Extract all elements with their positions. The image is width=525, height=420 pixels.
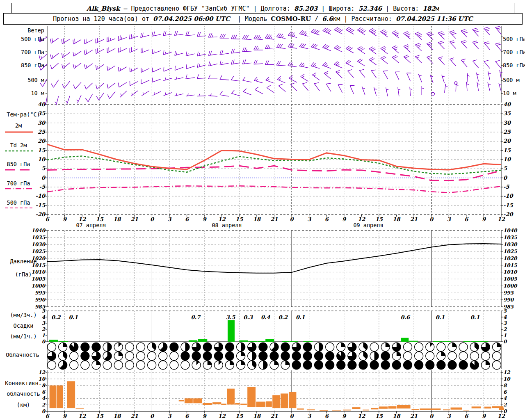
hour-label: 15: [235, 216, 243, 222]
meteogram-plot: 40403535303025252020151510105500-5-5-10-…: [0, 0, 525, 420]
wind-barb: [386, 87, 389, 96]
hour-label: 15: [96, 216, 104, 222]
precip-bar: [265, 339, 274, 342]
axis-tick-label: 20: [38, 138, 46, 144]
cloud-cover-symbol: [70, 352, 78, 361]
convective-cloud-bar: [420, 409, 441, 410]
axis-tick-label: -15: [36, 202, 46, 208]
pressure-panel-title: Давление: [2, 258, 45, 265]
wind-barb: [186, 94, 195, 96]
hour-label: 18: [113, 216, 121, 222]
cloud-cover-fill: [386, 342, 390, 347]
wind-barb: [164, 50, 172, 55]
axis-tick-label: -15: [503, 202, 513, 208]
wind-barb: [164, 93, 172, 96]
cloud-cover-symbol: [381, 361, 390, 370]
wind-barb: [242, 59, 251, 64]
precip-bar: [290, 341, 298, 342]
wind-barb: [77, 95, 81, 103]
wind-barb: [175, 51, 183, 55]
wind-barb: [322, 62, 331, 68]
wind-barb: [369, 28, 376, 36]
cloud-cover-symbol: [125, 352, 134, 361]
wind-barb: [338, 84, 342, 93]
cloud-cover-fill: [397, 352, 401, 356]
wind-barb: [66, 96, 70, 105]
wind-barb: [334, 27, 343, 34]
cloud-cover-symbol: [114, 361, 123, 370]
precip-amount-label: 0.2: [51, 314, 61, 320]
axis-tick-label: 25: [38, 129, 46, 135]
cloud-cover-symbol: [370, 343, 379, 352]
wind-barb: [415, 43, 422, 51]
wind-barb: [466, 82, 469, 91]
header-text: Долгота:: [261, 5, 294, 12]
cloud-cover-fill: [230, 361, 234, 365]
wind-barb: [163, 78, 172, 80]
cloud-cover-symbol: [493, 352, 501, 361]
precip-bar: [258, 341, 265, 342]
wind-barb: [62, 39, 70, 44]
wind-barb: [62, 63, 70, 68]
precip-panel-title: Осадки: [2, 323, 45, 329]
cloud-cover-fill: [374, 352, 379, 361]
hour-label: 0: [290, 216, 294, 222]
wind-barb: [336, 70, 342, 78]
cloud-cover-symbol: [303, 361, 312, 370]
wind-barb: [346, 46, 354, 53]
wind-barb: [415, 32, 422, 40]
axis-tick-label: -10: [503, 193, 514, 199]
run-datetime: 07.04.2025 06:00 UTC: [153, 15, 230, 23]
convective-cloud-bar: [411, 409, 419, 410]
axis-tick-label: 10: [503, 376, 511, 382]
precip-amount-label: 0.4: [261, 314, 271, 320]
wind-barb: [488, 71, 491, 80]
wind-barb: [276, 61, 285, 66]
convective-panel-units: (км): [2, 402, 45, 408]
temperature-panel-title: Тем-ра(°C): [2, 112, 45, 118]
axis-tick-label: 30: [503, 120, 511, 126]
wind-barb: [277, 33, 286, 39]
wind-barb: [62, 81, 70, 88]
wind-barb: [231, 35, 240, 39]
wind-barb: [220, 61, 229, 65]
wind-barb: [346, 60, 354, 67]
wind-barb: [380, 30, 388, 37]
wind-barb: [96, 48, 104, 53]
wind-barb: [381, 56, 388, 64]
wind-barb: [208, 33, 217, 37]
axis-tick-label: -5: [503, 184, 509, 190]
wind-barb: [73, 63, 81, 68]
hour-label: 6: [464, 216, 469, 222]
wind-barb: [50, 53, 59, 59]
hour-label: 6: [45, 216, 50, 222]
cloud-cover-symbol: [481, 352, 490, 361]
wind-barb: [500, 70, 502, 79]
wind-level-label: 500 м: [503, 77, 525, 83]
wind-barb: [208, 75, 217, 79]
convective-cloud-bar: [266, 401, 272, 406]
wind-barb: [473, 60, 479, 68]
wind-barb: [383, 71, 388, 79]
wind-barb: [381, 46, 388, 54]
convective-cloud-bar: [379, 406, 388, 409]
wind-barb: [254, 60, 263, 64]
convective-panel-title-1: Конвективн.: [2, 380, 45, 386]
latitude-value: 52.346: [358, 5, 382, 12]
wind-barb: [476, 73, 479, 81]
precip-amount-label: 0.1: [69, 314, 78, 320]
cloud-cover-symbol: [148, 352, 156, 361]
cloud-cover-symbol: [326, 352, 334, 361]
header-text: Широта:: [329, 5, 358, 12]
wind-barb: [73, 51, 81, 56]
precip-amount-label: 0.3: [243, 314, 253, 320]
cloud-cover-symbol: [137, 361, 145, 370]
precip-bar: [239, 340, 248, 342]
cloud-cover-fill: [441, 352, 445, 356]
wind-barb: [395, 72, 399, 80]
wind-barb: [197, 32, 206, 37]
pressure-panel-units: (гПа): [2, 272, 45, 278]
wind-barb: [220, 75, 229, 80]
cloud-cover-symbol: [159, 352, 167, 361]
wind-barb: [288, 32, 297, 38]
